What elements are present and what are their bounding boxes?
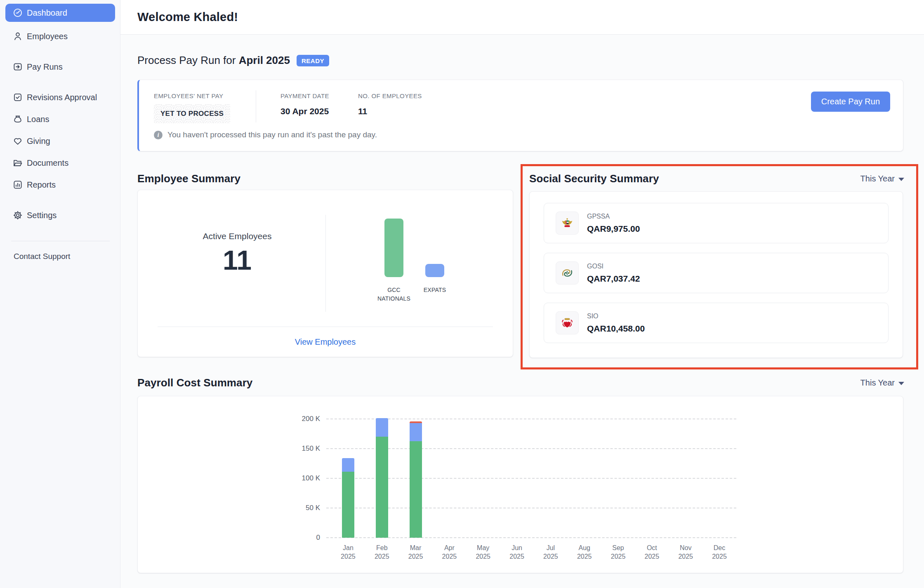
social-security-title: Social Security Summary bbox=[529, 172, 659, 185]
info-icon: i bbox=[154, 131, 163, 139]
employee-summary-card: Active Employees 11 View Employees GCC N… bbox=[137, 190, 513, 357]
payrun-title: Process Pay Run for April 2025 bbox=[137, 54, 290, 67]
bar-slot: Aug2025 bbox=[568, 396, 601, 574]
sidebar-item-settings[interactable]: Settings bbox=[5, 206, 115, 224]
payment-date-value: 30 Apr 2025 bbox=[280, 106, 329, 116]
net-pay-column: EMPLOYEES' NET PAY YET TO PROCESS bbox=[154, 92, 230, 123]
dashboard-icon bbox=[12, 7, 23, 18]
payroll-bar-feb-2025 bbox=[376, 418, 388, 538]
contact-support-link[interactable]: Contact Support bbox=[14, 252, 120, 261]
sidebar-item-pay-runs[interactable]: Pay Runs bbox=[5, 58, 115, 76]
x-axis-tick-label: Jan2025 bbox=[331, 543, 365, 561]
sidebar-item-employees[interactable]: Employees bbox=[5, 27, 115, 45]
social-security-item-gosi: GOSI QAR7,037.42 bbox=[544, 253, 889, 293]
bar-slot: Feb2025 bbox=[365, 396, 399, 574]
x-axis-tick-label: Apr2025 bbox=[432, 543, 466, 561]
vertical-divider bbox=[325, 215, 326, 312]
social-security-item-name: SIO bbox=[587, 313, 645, 320]
bar-slot: Dec2025 bbox=[702, 396, 736, 574]
bar-slot: Sep2025 bbox=[601, 396, 635, 574]
payroll-bar-jan-2025 bbox=[342, 458, 354, 538]
social-security-item-amount: QAR10,458.00 bbox=[587, 324, 645, 334]
sidebar-item-dashboard[interactable]: Dashboard bbox=[5, 4, 115, 22]
employee-count-column: NO. OF EMPLOYEES 11 bbox=[358, 92, 422, 116]
bar-category-label: EXPATS bbox=[412, 286, 457, 294]
expats-bar bbox=[425, 264, 444, 277]
horizontal-divider bbox=[158, 327, 493, 327]
sidebar-item-reports[interactable]: Reports bbox=[5, 176, 115, 194]
y-axis-tick-label: 0 bbox=[279, 533, 320, 542]
chevron-down-icon bbox=[898, 178, 904, 181]
payrun-title-prefix: Process Pay Run for bbox=[137, 54, 236, 66]
bar-slot: Oct2025 bbox=[635, 396, 669, 574]
sidebar-item-documents[interactable]: Documents bbox=[5, 154, 115, 172]
settings-icon bbox=[12, 210, 23, 221]
sidebar-divider bbox=[11, 241, 110, 241]
x-axis-tick-label: Aug2025 bbox=[568, 543, 601, 561]
sidebar-item-label: Giving bbox=[27, 136, 50, 146]
employee-summary-title: Employee Summary bbox=[137, 172, 240, 185]
sidebar-item-giving[interactable]: Giving bbox=[5, 132, 115, 150]
bar-slots: Jan2025Feb2025Mar2025Apr2025May2025Jun20… bbox=[331, 396, 736, 574]
chevron-down-icon bbox=[898, 382, 904, 385]
social-security-item-texts: GOSI QAR7,037.42 bbox=[587, 263, 640, 284]
social-security-period-dropdown[interactable]: This Year bbox=[860, 174, 904, 183]
bar-segment-green bbox=[376, 437, 388, 538]
sidebar-item-revisions-approval[interactable]: Revisions Approval bbox=[5, 88, 115, 106]
x-axis-tick-label: Jun2025 bbox=[500, 543, 534, 561]
social-security-period-label: This Year bbox=[860, 174, 895, 183]
social-security-item-amount: QAR9,975.00 bbox=[587, 224, 640, 234]
social-security-item-texts: SIO QAR10,458.00 bbox=[587, 313, 645, 334]
social-security-item-gpssa: GPSSA QAR9,975.00 bbox=[544, 203, 889, 243]
topbar: Welcome Khaled! bbox=[120, 0, 924, 35]
x-axis-tick-label: Jul2025 bbox=[534, 543, 568, 561]
sidebar-item-label: Employees bbox=[27, 32, 68, 41]
payment-date-column: PAYMENT DATE 30 Apr 2025 bbox=[280, 92, 329, 116]
bar-segment-green bbox=[342, 472, 354, 538]
x-axis-tick-label: May2025 bbox=[466, 543, 500, 561]
social-security-card: GPSSA QAR9,975.00 GOSI QAR7,037.42 bbox=[529, 191, 903, 358]
net-pay-masked-value: YET TO PROCESS bbox=[154, 104, 230, 123]
active-employees-count: 11 bbox=[187, 245, 287, 276]
create-pay-run-button[interactable]: Create Pay Run bbox=[811, 92, 890, 112]
social-security-item-texts: GPSSA QAR9,975.00 bbox=[587, 213, 640, 234]
payroll-cost-card: 050 K100 K150 K200 KJan2025Feb2025Mar202… bbox=[137, 396, 903, 573]
sidebar-item-label: Dashboard bbox=[27, 8, 67, 18]
payment-date-label: PAYMENT DATE bbox=[280, 92, 329, 99]
documents-icon bbox=[12, 158, 23, 168]
bar-slot: Jun2025 bbox=[500, 396, 534, 574]
bar-segment-green bbox=[410, 441, 422, 538]
sidebar: Dashboard Employees Pay Runs Revisions A… bbox=[0, 0, 120, 588]
payrun-info-row: i You haven't processed this pay run and… bbox=[154, 130, 377, 139]
bar-slot: Mar2025 bbox=[399, 396, 433, 574]
sidebar-item-label: Reports bbox=[27, 180, 56, 190]
bar-segment-blue bbox=[410, 423, 422, 441]
x-axis-tick-label: Oct2025 bbox=[635, 543, 669, 561]
payrun-card: EMPLOYEES' NET PAY YET TO PROCESS PAYMEN… bbox=[137, 80, 903, 151]
social-security-item-amount: QAR7,037.42 bbox=[587, 274, 640, 284]
payroll-cost-period-label: This Year bbox=[860, 378, 895, 388]
social-security-item-name: GPSSA bbox=[587, 213, 640, 220]
uae-emblem-icon bbox=[556, 212, 579, 235]
gcc-nationals-bar bbox=[384, 219, 403, 277]
bahrain-emblem-icon bbox=[556, 311, 579, 334]
bar-segment-blue bbox=[376, 418, 388, 437]
payrun-title-period: April 2025 bbox=[239, 54, 290, 66]
payroll-cost-period-dropdown[interactable]: This Year bbox=[860, 378, 904, 388]
x-axis-tick-label: Feb2025 bbox=[365, 543, 399, 561]
payrun-title-row: Process Pay Run for April 2025 READY bbox=[137, 54, 329, 67]
y-axis-tick-label: 100 K bbox=[279, 474, 320, 482]
view-employees-link[interactable]: View Employees bbox=[138, 337, 513, 347]
pay-runs-icon bbox=[12, 61, 23, 72]
sidebar-nav: Dashboard Employees Pay Runs Revisions A… bbox=[0, 0, 120, 224]
sidebar-item-label: Pay Runs bbox=[27, 62, 63, 72]
employee-count-label: NO. OF EMPLOYEES bbox=[358, 92, 422, 99]
bar-slot: Jan2025 bbox=[331, 396, 365, 574]
sidebar-item-label: Loans bbox=[27, 115, 50, 124]
sidebar-item-loans[interactable]: Loans bbox=[5, 110, 115, 128]
payrun-info-text: You haven't processed this pay run and i… bbox=[167, 130, 377, 139]
page-title: Welcome Khaled! bbox=[137, 10, 238, 24]
app-root: Dashboard Employees Pay Runs Revisions A… bbox=[0, 0, 924, 588]
x-axis-tick-label: Dec2025 bbox=[702, 543, 736, 561]
revisions-approval-icon bbox=[12, 92, 23, 103]
